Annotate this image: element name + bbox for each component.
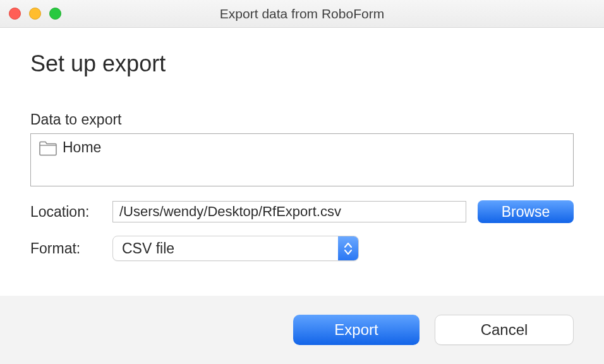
minimize-window-button[interactable] — [29, 8, 41, 20]
data-to-export-label: Data to export — [30, 111, 574, 128]
chevron-up-down-icon — [338, 236, 358, 260]
data-to-export-box[interactable]: Home — [30, 133, 574, 186]
format-select[interactable]: CSV file — [112, 236, 359, 261]
page-title: Set up export — [30, 51, 574, 77]
content-area: Set up export Data to export Home Locati… — [0, 28, 604, 286]
browse-button[interactable]: Browse — [478, 200, 574, 223]
close-window-button[interactable] — [9, 8, 21, 20]
location-label: Location: — [30, 203, 112, 221]
window-controls — [9, 8, 61, 20]
maximize-window-button[interactable] — [49, 8, 61, 20]
footer: Export Cancel — [0, 296, 604, 364]
folder-icon — [39, 140, 57, 156]
data-item-home[interactable]: Home — [39, 139, 565, 156]
titlebar: Export data from RoboForm — [0, 0, 604, 28]
location-input[interactable] — [112, 201, 466, 222]
cancel-button[interactable]: Cancel — [435, 315, 574, 345]
location-row: Location: Browse — [30, 200, 574, 223]
format-value: CSV file — [113, 240, 338, 257]
window-title: Export data from RoboForm — [0, 6, 604, 21]
data-item-label: Home — [63, 139, 101, 156]
format-label: Format: — [30, 240, 112, 257]
format-row: Format: CSV file — [30, 236, 574, 261]
export-button[interactable]: Export — [293, 315, 420, 345]
